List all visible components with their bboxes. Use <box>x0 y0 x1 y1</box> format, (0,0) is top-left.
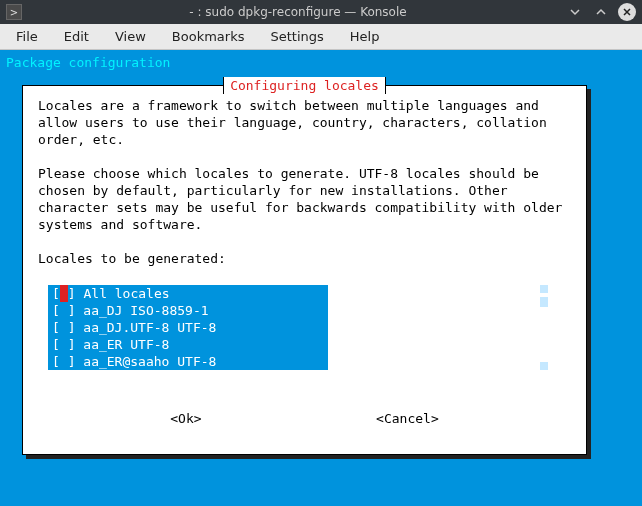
dialog-title: Configuring locales <box>223 77 386 94</box>
terminal-area[interactable]: Package configuration Configuring locale… <box>0 50 642 506</box>
scroll-down-icon[interactable] <box>540 362 548 370</box>
cursor-focus <box>60 285 68 302</box>
list-item[interactable]: [ ] aa_DJ.UTF-8 UTF-8 <box>48 319 328 336</box>
chevron-up-icon <box>595 6 607 18</box>
list-item-label: aa_ER@saaho UTF-8 <box>83 354 216 369</box>
window-buttons <box>566 3 636 21</box>
menubar: File Edit View Bookmarks Settings Help <box>0 24 642 50</box>
menu-view[interactable]: View <box>103 26 158 47</box>
list-item[interactable]: [ ] aa_ER UTF-8 <box>48 336 328 353</box>
cancel-button[interactable]: <Cancel> <box>376 410 439 427</box>
menu-settings[interactable]: Settings <box>258 26 335 47</box>
dialog-buttons: <Ok> <Cancel> <box>23 410 586 427</box>
menu-bookmarks[interactable]: Bookmarks <box>160 26 257 47</box>
list-item[interactable]: [ ] aa_DJ ISO-8859-1 <box>48 302 328 319</box>
window-titlebar: > - : sudo dpkg-reconfigure — Konsole <box>0 0 642 24</box>
locales-listbox[interactable]: [ ] All locales [ ] aa_DJ ISO-8859-1 [ ]… <box>48 285 328 370</box>
chevron-down-icon <box>569 6 581 18</box>
list-item[interactable]: [ ] aa_ER@saaho UTF-8 <box>48 353 328 370</box>
list-item[interactable]: [ ] All locales <box>48 285 328 302</box>
close-icon <box>622 7 632 17</box>
close-button[interactable] <box>618 3 636 21</box>
window-title: - : sudo dpkg-reconfigure — Konsole <box>30 5 566 19</box>
list-item-label: All locales <box>83 286 169 301</box>
dialog-text: Locales are a framework to switch betwee… <box>23 86 586 275</box>
config-dialog: Configuring locales Locales are a framew… <box>22 85 587 455</box>
list-scrollbar[interactable] <box>540 285 548 370</box>
list-item-label: aa_DJ.UTF-8 UTF-8 <box>83 320 216 335</box>
menu-edit[interactable]: Edit <box>52 26 101 47</box>
scroll-up-icon[interactable] <box>540 285 548 293</box>
scroll-thumb[interactable] <box>540 297 548 307</box>
list-item-label: aa_DJ ISO-8859-1 <box>83 303 208 318</box>
menu-help[interactable]: Help <box>338 26 392 47</box>
app-icon: > <box>6 4 22 20</box>
menu-file[interactable]: File <box>4 26 50 47</box>
maximize-button[interactable] <box>592 3 610 21</box>
list-item-label: aa_ER UTF-8 <box>83 337 169 352</box>
terminal-header: Package configuration <box>6 54 636 71</box>
minimize-button[interactable] <box>566 3 584 21</box>
ok-button[interactable]: <Ok> <box>170 410 201 427</box>
